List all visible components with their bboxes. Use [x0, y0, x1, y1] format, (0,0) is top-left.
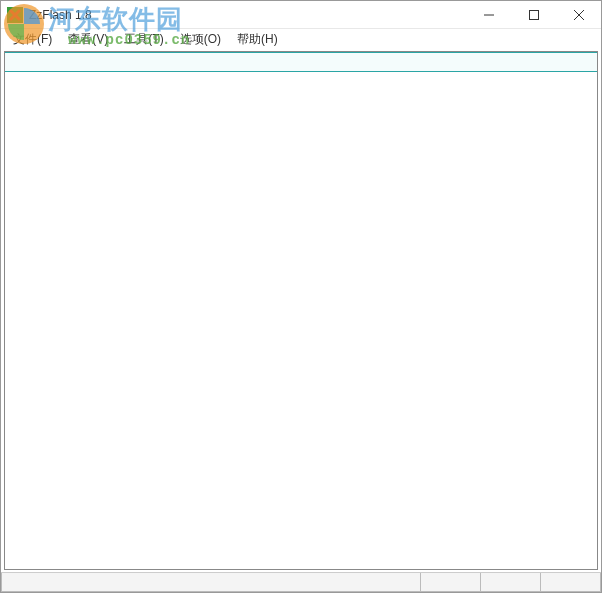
content-area[interactable] [4, 51, 598, 570]
menubar: 文件(F) 查看(V) 工具(T) 选项(O) 帮助(H) [1, 29, 601, 49]
statusbar [1, 572, 601, 592]
status-panel-2 [481, 573, 541, 592]
minimize-button[interactable] [466, 1, 511, 28]
menu-view[interactable]: 查看(V) [60, 30, 116, 49]
status-panel-1 [421, 573, 481, 592]
menu-tools[interactable]: 工具(T) [116, 30, 171, 49]
titlebar[interactable]: ZzFlash 1.8 [1, 1, 601, 29]
svg-rect-3 [529, 10, 538, 19]
app-window: ZzFlash 1.8 文件(F) 查看(V) 工具(T) 选项(O) 帮助(H… [0, 0, 602, 593]
maximize-button[interactable] [511, 1, 556, 28]
window-controls [466, 1, 601, 28]
status-panel-main [1, 573, 421, 592]
close-button[interactable] [556, 1, 601, 28]
menu-file[interactable]: 文件(F) [5, 30, 60, 49]
app-icon [7, 7, 23, 23]
status-panel-3 [541, 573, 601, 592]
window-title: ZzFlash 1.8 [29, 8, 466, 22]
menu-options[interactable]: 选项(O) [172, 30, 229, 49]
selected-row[interactable] [5, 52, 597, 72]
menu-help[interactable]: 帮助(H) [229, 30, 286, 49]
